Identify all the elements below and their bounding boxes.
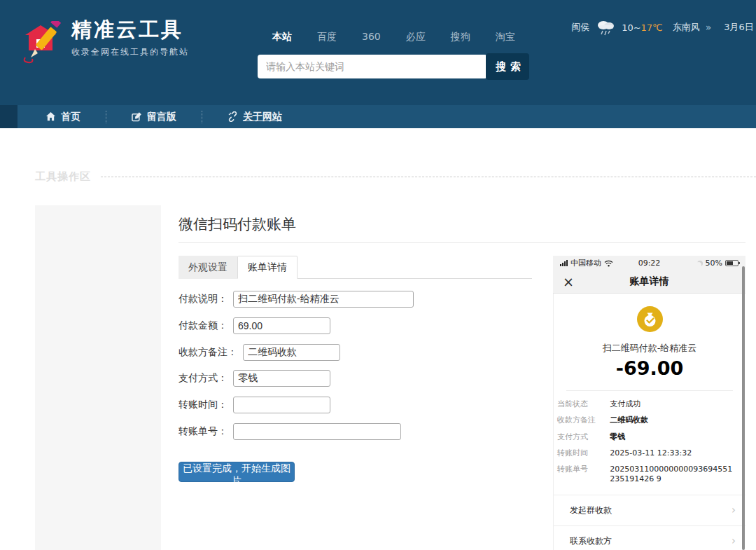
bill-divider <box>566 390 733 391</box>
detail-label: 转账单号 <box>557 465 610 485</box>
search-input[interactable] <box>258 55 487 78</box>
tab-bill-details[interactable]: 账单详情 <box>237 256 298 279</box>
form-row-payment-method: 支付方式： <box>178 369 330 387</box>
payee-remark-input[interactable] <box>243 344 340 361</box>
site-header: 5 精准云工具 收录全网在线工具的导航站 本站 百度 360 必应 搜狗 淘宝 … <box>0 0 756 105</box>
detail-value: 零钱 <box>610 432 733 442</box>
sidebar-placeholder <box>35 205 161 550</box>
wifi-icon <box>604 260 613 267</box>
search-engine-tabs: 本站 百度 360 必应 搜狗 淘宝 <box>258 31 538 43</box>
site-subtitle: 收录全网在线工具的导航站 <box>71 46 189 58</box>
search-tab-sogou[interactable]: 搜狗 <box>447 31 475 43</box>
battery-icon <box>725 260 738 266</box>
phone-status-bar: 中国移动 09:22 50% <box>553 256 746 270</box>
tab-appearance-settings[interactable]: 外观设置 <box>178 256 237 279</box>
detail-value: 2025-03-11 12:33:32 <box>610 448 733 458</box>
signal-bars-icon <box>560 260 568 266</box>
logo-house-pencil-icon: 5 <box>21 21 67 67</box>
field-label: 付款金额： <box>178 319 227 332</box>
weather-city: 闽侯 <box>571 21 589 34</box>
page-title: 微信扫码付款账单 <box>178 214 296 234</box>
detail-row-payment-method: 支付方式 零钱 <box>557 432 733 442</box>
site-title: 精准云工具 <box>71 18 189 41</box>
search-tab-360[interactable]: 360 <box>358 31 385 43</box>
weather-temp: 10~17℃ <box>622 22 663 33</box>
bill-description: 扫二维码付款-给精准云 <box>554 342 746 355</box>
bill-amount: -69.00 <box>554 357 746 379</box>
action-label: 发起群收款 <box>570 504 612 516</box>
action-row-contact-payee[interactable]: 联系收款方 › <box>554 526 746 550</box>
weather-temp-high: 17℃ <box>641 22 663 33</box>
payment-method-input[interactable] <box>233 370 330 387</box>
detail-label: 支付方式 <box>557 432 610 442</box>
edit-icon <box>132 111 142 122</box>
nav-strip: 首页 留言版 关于网站 <box>0 105 756 128</box>
phone-page-title: 账单详情 <box>553 275 746 288</box>
unlink-icon <box>227 111 238 122</box>
tool-tabs: 外观设置 账单详情 <box>178 256 532 279</box>
form-row-transfer-time: 转账时间： <box>178 396 330 414</box>
detail-row-transfer-time: 转账时间 2025-03-11 12:33:32 <box>557 448 733 458</box>
search-tab-bensite[interactable]: 本站 <box>268 31 296 43</box>
phone-bill-body: 扫二维码付款-给精准云 -69.00 当前状态 支付成功 收款方备注 二维码收款… <box>553 294 746 550</box>
site-logo[interactable]: 5 精准云工具 收录全网在线工具的导航站 <box>21 18 189 67</box>
moon-icon <box>697 261 703 266</box>
nav-item-about[interactable]: 关于网站 <box>223 111 286 123</box>
search-module: 本站 百度 360 必应 搜狗 淘宝 搜索 <box>258 31 538 80</box>
status-time: 09:22 <box>630 259 668 268</box>
action-row-group-collect[interactable]: 发起群收款 › <box>554 495 746 526</box>
bill-details: 当前状态 支付成功 收款方备注 二维码收款 支付方式 零钱 转账时间 2025-… <box>557 399 733 485</box>
detail-row-transfer-number: 转账单号 2025031100000000093694551235191426 … <box>557 465 733 485</box>
main-navbar: 首页 留言版 关于网站 <box>18 105 756 128</box>
detail-label: 当前状态 <box>557 399 610 409</box>
chevrons-right-icon: » <box>706 22 712 33</box>
search-tab-biying[interactable]: 必应 <box>402 31 430 43</box>
transfer-number-input[interactable] <box>233 423 401 440</box>
detail-row-payee-remark: 收款方备注 二维码收款 <box>557 415 733 425</box>
search-button[interactable]: 搜索 <box>486 53 529 80</box>
payment-amount-input[interactable] <box>233 317 330 334</box>
home-icon <box>46 111 56 122</box>
nav-separator <box>202 111 202 123</box>
detail-value: 支付成功 <box>610 399 733 409</box>
title-divider <box>178 242 746 243</box>
transfer-time-input[interactable] <box>233 397 330 413</box>
carrier-label: 中国移动 <box>570 258 601 268</box>
form-row-payment-amount: 付款金额： <box>178 317 330 335</box>
nav-separator <box>106 111 106 123</box>
battery-percent: 50% <box>706 259 722 268</box>
generate-image-button[interactable]: 已设置完成，开始生成图片 <box>178 462 295 482</box>
phone-scrollbar[interactable] <box>742 266 745 550</box>
field-label: 收款方备注： <box>178 346 237 359</box>
detail-label: 转账时间 <box>557 448 610 458</box>
weather-date: 3月6日 星 <box>724 21 756 34</box>
search-tab-baidu[interactable]: 百度 <box>313 31 341 43</box>
field-label: 支付方式： <box>178 372 227 385</box>
section-dashed-line <box>101 177 756 177</box>
field-label: 转账单号： <box>178 425 227 438</box>
search-tab-taobao[interactable]: 淘宝 <box>491 31 519 43</box>
section-title: 工具操作区 <box>35 170 91 184</box>
form-row-payee-remark: 收款方备注： <box>178 343 340 362</box>
rain-cloud-icon <box>595 18 616 36</box>
chevron-right-icon: › <box>732 536 736 546</box>
nav-item-message-board[interactable]: 留言版 <box>127 111 181 123</box>
weather-wind: 东南风 <box>673 21 700 34</box>
nav-item-home[interactable]: 首页 <box>41 111 85 123</box>
phone-title-bar: 账单详情 × <box>553 270 746 294</box>
field-label: 转账时间： <box>178 399 227 411</box>
detail-label: 收款方备注 <box>557 415 610 425</box>
field-label: 付款说明： <box>178 293 227 305</box>
detail-row-status: 当前状态 支付成功 <box>557 399 733 409</box>
detail-value: 2025031100000000093694551235191426 9 <box>610 465 733 485</box>
nav-item-label: 留言版 <box>147 111 176 123</box>
nav-item-label: 关于网站 <box>243 111 282 123</box>
weather-bar: 闽侯 10~17℃ 东南风 » 3月6日 星 <box>571 18 756 36</box>
action-label: 联系收款方 <box>570 535 612 547</box>
section-header: 工具操作区 <box>35 171 756 182</box>
chevron-right-icon: › <box>732 505 736 516</box>
nav-item-label: 首页 <box>61 111 80 123</box>
form-row-transfer-number: 转账单号： <box>178 422 401 441</box>
money-bag-icon <box>637 306 663 332</box>
payment-description-input[interactable] <box>233 291 414 308</box>
